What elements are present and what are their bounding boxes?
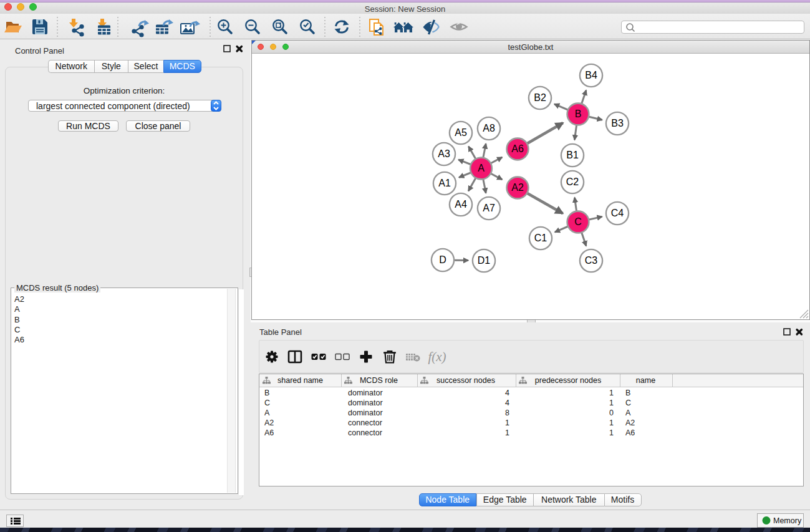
svg-text:A4: A4 [455, 199, 467, 210]
svg-text:B3: B3 [611, 118, 624, 128]
svg-text:B4: B4 [585, 70, 597, 80]
svg-text:B: B [575, 109, 582, 119]
svg-text:A: A [478, 163, 485, 173]
svg-text:B1: B1 [566, 150, 579, 160]
svg-text:A1: A1 [438, 178, 451, 188]
svg-text:C: C [574, 216, 582, 227]
svg-text:A8: A8 [483, 123, 495, 133]
svg-text:C4: C4 [611, 208, 624, 218]
svg-text:f(x): f(x) [428, 349, 446, 364]
svg-text:B2: B2 [534, 92, 546, 103]
svg-text:A7: A7 [483, 203, 495, 213]
svg-text:D1: D1 [478, 255, 491, 266]
svg-text:A2: A2 [511, 182, 524, 193]
svg-text:A6: A6 [511, 143, 524, 154]
svg-text:A3: A3 [438, 148, 450, 159]
svg-text:C1: C1 [534, 233, 547, 243]
svg-text:D: D [439, 254, 446, 265]
svg-text:C3: C3 [585, 255, 598, 266]
svg-text:A5: A5 [455, 127, 467, 138]
svg-text:C2: C2 [566, 177, 579, 187]
